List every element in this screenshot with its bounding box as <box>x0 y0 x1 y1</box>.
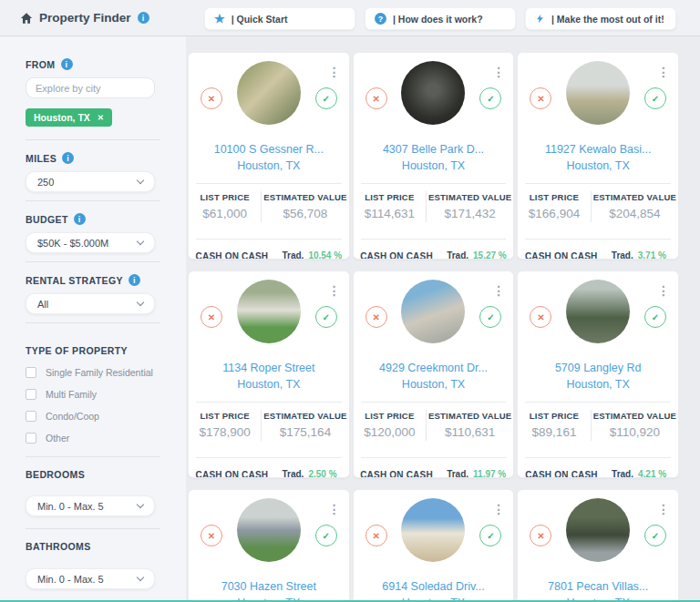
reject-button[interactable]: ✕ <box>365 87 387 109</box>
trad-value: 10.54 % <box>308 250 342 260</box>
address-city: Houston, TX <box>237 378 300 391</box>
cash-on-cash-section: CASH ON CASH Trad. 2.50 % Airbnb 12.80 % <box>189 469 349 478</box>
checkbox-single-family-residential[interactable]: Single Family Residential <box>26 367 186 378</box>
property-card: ⋮ ✕ ✓ 6914 Soledad Driv... Houston, TX <box>353 489 515 602</box>
reject-button[interactable]: ✕ <box>530 87 551 109</box>
check-icon: ✓ <box>652 531 659 541</box>
checkbox-multi-family[interactable]: Multi Family <box>26 389 186 400</box>
list-price-label: LIST PRICE <box>520 192 588 202</box>
bedrooms-label-text: BEDROOMS <box>26 469 85 480</box>
miles-label-text: MILES <box>26 153 57 164</box>
x-icon: ✕ <box>372 312 379 322</box>
property-address-link[interactable]: 6914 Soledad Driv... Houston, TX <box>354 578 514 602</box>
trad-value: 15.27 % <box>473 250 507 260</box>
card-menu-icon[interactable]: ⋮ <box>492 66 505 78</box>
estimated-value-label: ESTIMATED VALUE <box>263 192 346 202</box>
property-card: ⋮ ✕ ✓ 10100 S Gessner R... Houston, TX L… <box>188 52 350 260</box>
bathrooms-select[interactable]: Min. 0 - Max. 5 <box>26 568 155 589</box>
make-the-most-button[interactable]: | Make the most out of it! <box>525 7 676 30</box>
property-address-link[interactable]: 7801 Pecan Villas... Houston, TX <box>518 578 678 602</box>
budget-select[interactable]: $50K - $5.000M <box>26 232 155 253</box>
budget-label: BUDGET i <box>26 213 186 225</box>
info-icon[interactable]: i <box>74 213 86 225</box>
price-row: LIST PRICE $178,900 ESTIMATED VALUE $175… <box>189 403 349 448</box>
reject-button[interactable]: ✕ <box>201 87 222 109</box>
price-row: LIST PRICE $120,000 ESTIMATED VALUE $110… <box>354 403 514 448</box>
card-menu-icon[interactable]: ⋮ <box>328 503 341 515</box>
cash-on-cash-rows: Trad. 4.21 % Airbnb 11.89 % <box>604 469 671 478</box>
card-top: ⋮ ✕ ✓ <box>189 498 349 570</box>
how-does-it-work-button[interactable]: ? | How does it work? <box>365 7 516 30</box>
reject-button[interactable]: ✕ <box>201 306 222 328</box>
home-icon <box>20 12 33 25</box>
checkbox-label: Single Family Residential <box>46 367 153 378</box>
chevron-down-icon <box>137 299 144 306</box>
bathrooms-label: BATHROOMS <box>26 541 186 552</box>
reject-button[interactable]: ✕ <box>530 306 551 328</box>
accept-button[interactable]: ✓ <box>479 306 501 328</box>
info-icon[interactable]: i <box>61 58 73 70</box>
cash-on-cash-label: CASH ON CASH <box>360 250 433 260</box>
accept-button[interactable]: ✓ <box>644 525 666 546</box>
cash-on-cash-label: CASH ON CASH <box>525 250 598 260</box>
checkbox-icon[interactable] <box>26 389 36 400</box>
card-menu-icon[interactable]: ⋮ <box>328 66 341 78</box>
accept-button[interactable]: ✓ <box>315 87 337 109</box>
property-address-link[interactable]: 1134 Roper Street Houston, TX <box>189 360 349 393</box>
reject-button[interactable]: ✕ <box>365 525 387 546</box>
make-the-most-label: | Make the most out of it! <box>551 14 664 25</box>
card-menu-icon[interactable]: ⋮ <box>328 284 341 297</box>
property-address-link[interactable]: 11927 Kewalo Basi... Houston, TX <box>518 141 678 174</box>
check-icon: ✓ <box>322 531 329 541</box>
accept-button[interactable]: ✓ <box>479 87 501 109</box>
quick-start-button[interactable]: ★ | Quick Start <box>204 7 355 30</box>
checkbox-icon[interactable] <box>26 433 36 444</box>
info-icon[interactable]: i <box>138 12 149 24</box>
accept-button[interactable]: ✓ <box>644 87 666 109</box>
checkbox-condo-coop[interactable]: Condo/Coop <box>26 411 186 422</box>
bolt-icon <box>535 13 545 25</box>
info-icon[interactable]: i <box>129 274 140 286</box>
address-line: 10100 S Gessner R... <box>214 143 324 156</box>
miles-select[interactable]: 250 <box>26 171 155 192</box>
property-address-link[interactable]: 4307 Belle Park D... Houston, TX <box>354 141 514 174</box>
card-menu-icon[interactable]: ⋮ <box>657 503 670 515</box>
checkbox-icon[interactable] <box>26 367 36 378</box>
tag-close-icon[interactable]: ✕ <box>98 114 104 122</box>
accept-button[interactable]: ✓ <box>315 525 337 546</box>
property-card: ⋮ ✕ ✓ 5709 Langley Rd Houston, TX LIST P… <box>517 270 679 478</box>
city-search-input[interactable] <box>26 77 155 98</box>
card-menu-icon[interactable]: ⋮ <box>657 284 670 297</box>
cash-on-cash-label: CASH ON CASH <box>525 469 598 478</box>
property-card: ⋮ ✕ ✓ 7030 Hazen Street Houston, TX <box>188 489 350 602</box>
card-menu-icon[interactable]: ⋮ <box>657 66 670 78</box>
accept-button[interactable]: ✓ <box>644 306 666 328</box>
property-address-link[interactable]: 10100 S Gessner R... Houston, TX <box>189 141 349 174</box>
card-menu-icon[interactable]: ⋮ <box>492 284 505 297</box>
rental-strategy-select[interactable]: All <box>26 293 155 314</box>
property-photo <box>401 498 465 562</box>
estimated-value-label: ESTIMATED VALUE <box>428 411 511 421</box>
card-menu-icon[interactable]: ⋮ <box>492 503 505 515</box>
property-photo <box>566 280 630 343</box>
property-address-link[interactable]: 7030 Hazen Street Houston, TX <box>189 578 349 602</box>
checkbox-icon[interactable] <box>26 411 36 422</box>
property-photo <box>566 61 630 125</box>
reject-button[interactable]: ✕ <box>365 306 387 328</box>
property-photo <box>237 61 301 125</box>
accept-button[interactable]: ✓ <box>479 525 501 546</box>
list-price-label: LIST PRICE <box>355 192 424 202</box>
reject-button[interactable]: ✕ <box>201 525 222 546</box>
bedrooms-select[interactable]: Min. 0 - Max. 5 <box>26 495 155 516</box>
checkbox-other[interactable]: Other <box>26 433 186 444</box>
info-icon[interactable]: i <box>62 152 74 164</box>
page-title-wrap: Property Finder i <box>0 11 149 25</box>
property-address-link[interactable]: 5709 Langley Rd Houston, TX <box>518 360 678 393</box>
estimated-value-label: ESTIMATED VALUE <box>593 411 676 421</box>
trad-label: Trad. <box>274 250 304 260</box>
reject-button[interactable]: ✕ <box>530 525 551 546</box>
accept-button[interactable]: ✓ <box>315 306 337 328</box>
property-address-link[interactable]: 4929 Creekmont Dr... Houston, TX <box>354 360 514 393</box>
price-row: LIST PRICE $166,904 ESTIMATED VALUE $204… <box>518 184 678 230</box>
estimated-value-label: ESTIMATED VALUE <box>263 411 346 421</box>
